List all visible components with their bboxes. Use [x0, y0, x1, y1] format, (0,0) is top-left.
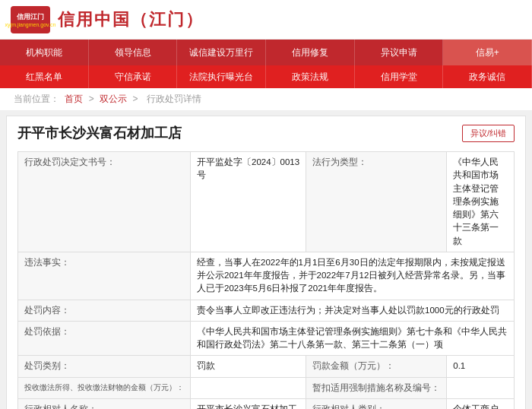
site-title: 信用中国（江门）: [58, 8, 204, 31]
value-leibie: 罚款: [191, 356, 306, 377]
label-wenshu: 行政处罚决定文书号：: [18, 152, 191, 252]
label-shougao: 投收缴法所得、投收缴法财物的金额（万元）：: [18, 377, 191, 398]
nav-fayuan[interactable]: 法院执行曝光台: [177, 65, 266, 88]
value-xingzheng-type: 个体工商户: [447, 398, 515, 409]
table-row: 处罚依据： 《中华人民共和国市场主体登记管理条例实施细则》第七十条和《中华人民共…: [18, 321, 515, 356]
nav-top: 机构职能 领导信息 诚信建设万里行 信用修复 异议申请 信易+: [0, 40, 532, 65]
main-content: 开平市长沙兴富石材加工店 异议/纠错 行政处罚决定文书号： 开平监处字〔2024…: [6, 116, 526, 409]
info-table: 行政处罚决定文书号： 开平监处字〔2024〕0013号 法行为类型： 《中华人民…: [17, 151, 515, 409]
logo-url: xyjm.jiangmen.gov.cn: [5, 22, 56, 27]
label-zankoubianhao: 暂扣适用强制措施名称及编号：: [306, 377, 447, 398]
breadcrumb-current: 行政处罚详情: [147, 94, 201, 104]
label-leibie: 处罚类别：: [18, 356, 191, 377]
label-fakuan-amount: 罚款金额（万元）：: [306, 356, 447, 377]
nav-zhengce[interactable]: 政策法规: [266, 65, 355, 88]
logo-box: 信用江门 xyjm.jiangmen.gov.cn: [11, 6, 50, 33]
table-row: 处罚内容： 责令当事人立即改正违法行为；并决定对当事人处以罚款1000元的行政处…: [18, 300, 515, 321]
nav-xinyuxuetang[interactable]: 信用学堂: [355, 65, 444, 88]
nav-zhengwu[interactable]: 政务诚信: [443, 65, 532, 88]
logo-text1: 信用江门: [17, 12, 44, 22]
label-chufa-yiju: 处罚依据：: [18, 321, 191, 356]
breadcrumb-level1[interactable]: 双公示: [100, 94, 127, 104]
label-xingzheng-type: 行政相对人类别：: [306, 398, 447, 409]
nav-bottom: 红黑名单 守信承诺 法院执行曝光台 政策法规 信用学堂 政务诚信: [0, 65, 532, 88]
table-row: 违法事实： 经查，当事人在2022年的1月1日至6月30日的法定年报期限内，未按…: [18, 252, 515, 300]
table-row: 行政处罚决定文书号： 开平监处字〔2024〕0013号 法行为类型： 《中华人民…: [18, 152, 515, 252]
breadcrumb: 当前位置： 首页 > 双公示 > 行政处罚详情: [0, 88, 532, 111]
nav-chengxin[interactable]: 诚信建设万里行: [177, 40, 266, 65]
nav-xinyi-plus[interactable]: 信易+: [443, 40, 532, 65]
value-chufa-neirong: 责令当事人立即改正违法行为；并决定对当事人处以罚款1000元的行政处罚: [191, 300, 515, 321]
label-weifa: 违法事实：: [18, 252, 191, 300]
value-wenshu: 开平监处字〔2024〕0013号: [191, 152, 306, 252]
nav-yiyi[interactable]: 异议申请: [355, 40, 444, 65]
value-zankoubianhao: [447, 377, 515, 398]
table-row: 行政相对人名称： 开平市长沙兴富石材加工店 行政相对人类别： 个体工商户: [18, 398, 515, 409]
value-chufa-yiju: 《中华人民共和国市场主体登记管理条例实施细则》第七十条和《中华人民共和国行政处罚…: [191, 321, 515, 356]
nav-jigou[interactable]: 机构职能: [0, 40, 89, 65]
breadcrumb-home[interactable]: 首页: [65, 94, 83, 104]
nav-xinyu[interactable]: 信用修复: [266, 40, 355, 65]
label-faxing: 法行为类型：: [306, 152, 447, 252]
label-xingzheng-name: 行政相对人名称：: [18, 398, 191, 409]
breadcrumb-label: 当前位置：: [14, 94, 59, 104]
nav-honghe[interactable]: 红黑名单: [0, 65, 89, 88]
value-faxing: 《中华人民共和国市场主体登记管理条例实施细则》第六十三条第一款: [447, 152, 515, 252]
value-fakuan-amount: 0.1: [447, 356, 515, 377]
label-chufa-neirong: 处罚内容：: [18, 300, 191, 321]
table-row: 处罚类别： 罚款 罚款金额（万元）： 0.1: [18, 356, 515, 377]
value-shougao: [191, 377, 306, 398]
logo-area: 信用江门 xyjm.jiangmen.gov.cn 信用中国（江门）: [11, 6, 204, 33]
table-row: 投收缴法所得、投收缴法财物的金额（万元）： 暂扣适用强制措施名称及编号：: [18, 377, 515, 398]
header: 信用江门 xyjm.jiangmen.gov.cn 信用中国（江门）: [0, 0, 532, 40]
value-xingzheng-name: 开平市长沙兴富石材加工店: [191, 398, 306, 409]
nav-shouxin[interactable]: 守信承诺: [89, 65, 178, 88]
objection-button[interactable]: 异议/纠错: [462, 125, 515, 142]
page-title: 开平市长沙兴富石材加工店: [17, 124, 182, 142]
title-row: 开平市长沙兴富石材加工店 异议/纠错: [17, 124, 515, 142]
breadcrumb-sep1: >: [89, 94, 97, 104]
breadcrumb-sep2: >: [132, 94, 140, 104]
value-weifa: 经查，当事人在2022年的1月1日至6月30日的法定年报期限内，未按规定报送并公…: [191, 252, 515, 300]
nav-lingdao[interactable]: 领导信息: [89, 40, 178, 65]
